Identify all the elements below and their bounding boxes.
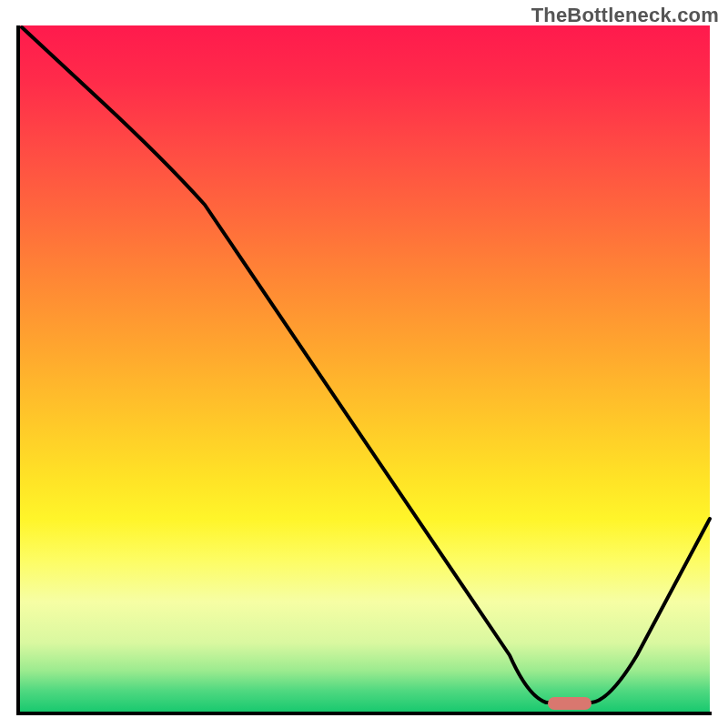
watermark-text: TheBottleneck.com: [531, 4, 719, 27]
bottleneck-curve: [0, 0, 728, 728]
optimal-range-marker: [548, 697, 592, 710]
curve-path: [22, 27, 710, 703]
chart-stage: TheBottleneck.com: [0, 0, 728, 728]
